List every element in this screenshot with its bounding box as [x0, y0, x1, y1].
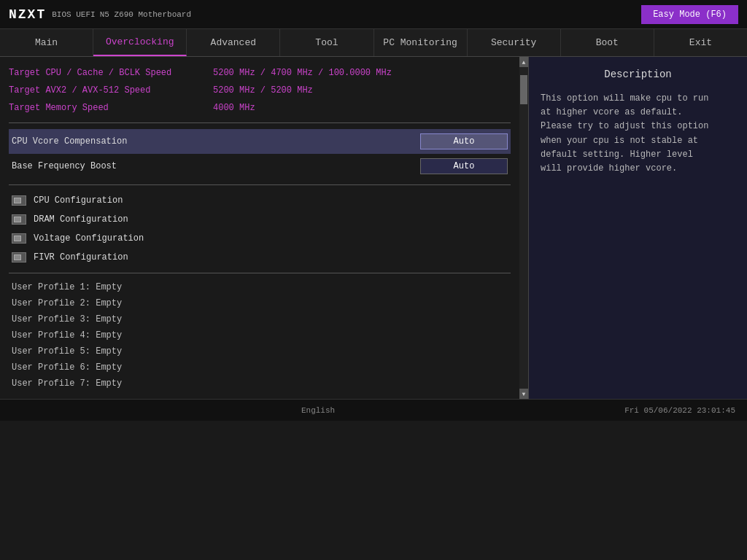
- info-row-memory-speed: Target Memory Speed 4000 MHz: [9, 99, 511, 117]
- scroll-up-arrow[interactable]: ▲: [519, 57, 528, 67]
- setting-row-vcore[interactable]: CPU Vcore Compensation Auto: [9, 129, 511, 154]
- scroll-track[interactable]: [519, 67, 528, 389]
- voltage-config-icon: [12, 233, 26, 244]
- profile-3: User Profile 3: Empty: [9, 311, 511, 327]
- voltage-config-label: Voltage Configuration: [34, 233, 144, 244]
- dram-config-icon: [12, 214, 26, 225]
- cpu-config-icon: [12, 195, 26, 206]
- status-bar: English Fri 05/06/2022 23:01:45: [0, 399, 747, 421]
- submenu-fivr-config[interactable]: FIVR Configuration: [9, 248, 511, 267]
- vcore-label: CPU Vcore Compensation: [12, 136, 420, 147]
- profile-7: User Profile 7: Empty: [9, 376, 511, 392]
- left-panel: Target CPU / Cache / BCLK Speed 5200 MHz…: [0, 57, 519, 399]
- profile-4: User Profile 4: Empty: [9, 327, 511, 343]
- tab-advanced[interactable]: Advanced: [187, 29, 280, 56]
- info-row-avx-speed: Target AVX2 / AVX-512 Speed 5200 MHz / 5…: [9, 82, 511, 99]
- separator-1: [9, 122, 511, 123]
- profile-1: User Profile 1: Empty: [9, 279, 511, 295]
- avx-speed-label: Target AVX2 / AVX-512 Speed: [9, 85, 213, 96]
- content-wrapper: Target CPU / Cache / BCLK Speed 5200 MHz…: [0, 57, 747, 399]
- motherboard-label: N5 Z690 Motherboard: [100, 10, 642, 19]
- nav-tabs: Main Overclocking Advanced Tool PC Monit…: [0, 29, 747, 57]
- tab-overclocking[interactable]: Overclocking: [93, 29, 187, 56]
- fivr-config-label: FIVR Configuration: [34, 252, 128, 262]
- profile-2: User Profile 2: Empty: [9, 295, 511, 311]
- submenu-voltage-config[interactable]: Voltage Configuration: [9, 229, 511, 248]
- tab-pc-monitoring[interactable]: PC Monitoring: [374, 29, 468, 56]
- status-language: English: [301, 406, 335, 415]
- tab-main[interactable]: Main: [0, 29, 93, 56]
- status-datetime: Fri 05/06/2022 23:01:45: [624, 406, 735, 415]
- header: NZXT BIOS UEFI N5 Z690 Motherboard Easy …: [0, 0, 747, 29]
- memory-speed-label: Target Memory Speed: [9, 103, 213, 113]
- profile-5: User Profile 5: Empty: [9, 343, 511, 359]
- description-title: Description: [541, 69, 735, 80]
- tab-security[interactable]: Security: [468, 29, 561, 56]
- bios-label: BIOS UEFI: [52, 10, 95, 19]
- base-freq-value[interactable]: Auto: [420, 158, 508, 174]
- fivr-config-icon: [12, 252, 26, 262]
- cpu-speed-label: Target CPU / Cache / BCLK Speed: [9, 68, 213, 78]
- easy-mode-button[interactable]: Easy Mode (F6): [641, 5, 738, 24]
- cpu-speed-value: 5200 MHz / 4700 MHz / 100.0000 MHz: [213, 68, 392, 78]
- info-row-cpu-speed: Target CPU / Cache / BCLK Speed 5200 MHz…: [9, 64, 511, 82]
- tab-boot[interactable]: Boot: [561, 29, 654, 56]
- vcore-value[interactable]: Auto: [420, 133, 508, 149]
- dram-config-label: DRAM Configuration: [34, 214, 128, 225]
- separator-2: [9, 184, 511, 185]
- profile-6: User Profile 6: Empty: [9, 359, 511, 376]
- scrollbar[interactable]: ▲ ▼: [519, 57, 528, 399]
- memory-speed-value: 4000 MHz: [213, 103, 255, 113]
- base-freq-label: Base Frequency Boost: [12, 161, 420, 171]
- scroll-thumb[interactable]: [520, 75, 527, 104]
- cpu-config-label: CPU Configuration: [34, 195, 123, 206]
- tab-exit[interactable]: Exit: [654, 29, 747, 56]
- scroll-down-arrow[interactable]: ▼: [519, 389, 528, 399]
- description-panel: Description This option will make cpu to…: [528, 57, 747, 399]
- tab-tool[interactable]: Tool: [280, 29, 374, 56]
- avx-speed-value: 5200 MHz / 5200 MHz: [213, 85, 313, 96]
- submenu-dram-config[interactable]: DRAM Configuration: [9, 210, 511, 229]
- nzxt-logo: NZXT: [9, 7, 46, 22]
- description-text: This option will make cpu to run at high…: [541, 92, 735, 176]
- submenu-cpu-config[interactable]: CPU Configuration: [9, 191, 511, 210]
- setting-row-base-freq[interactable]: Base Frequency Boost Auto: [9, 154, 511, 179]
- separator-3: [9, 273, 511, 273]
